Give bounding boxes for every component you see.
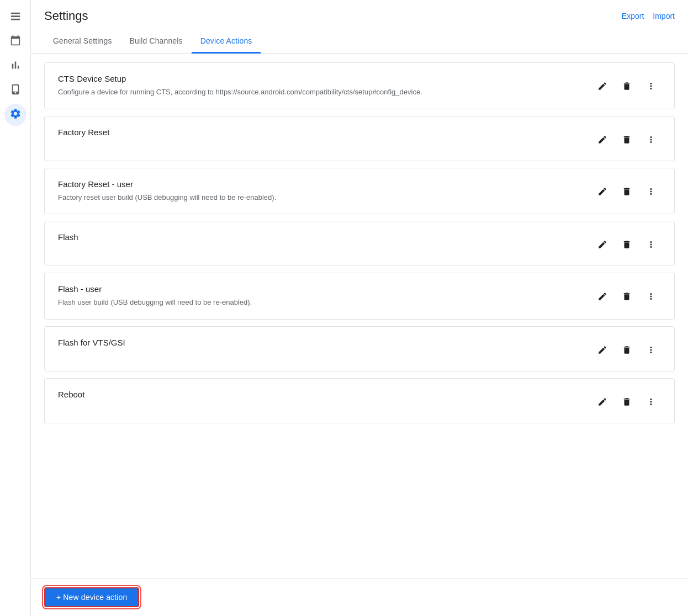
delete-button[interactable]	[617, 182, 637, 201]
action-card-content: CTS Device SetupConfigure a device for r…	[58, 74, 584, 98]
delete-button[interactable]	[617, 392, 637, 412]
action-card-buttons	[592, 179, 661, 201]
more-options-button[interactable]	[641, 76, 661, 96]
svg-rect-0	[10, 12, 20, 14]
sidebar-item-phone[interactable]	[4, 79, 27, 102]
sidebar-item-calendar[interactable]	[4, 31, 27, 53]
phone-icon	[9, 83, 22, 98]
delete-button[interactable]	[617, 130, 637, 150]
more-options-button[interactable]	[641, 235, 661, 254]
action-card-title: Factory Reset	[58, 128, 584, 137]
tab-build-channels[interactable]: Build Channels	[121, 30, 192, 54]
action-card-factory-reset-user: Factory Reset - userFactory reset user b…	[44, 168, 675, 215]
action-card-description: Factory reset user build (USB debugging …	[58, 192, 584, 203]
tab-general-settings[interactable]: General Settings	[44, 30, 121, 54]
action-card-title: Flash	[58, 232, 584, 242]
new-device-action-button[interactable]: + New device action	[44, 587, 139, 607]
action-card-content: Reboot	[58, 390, 584, 402]
sidebar-item-gear[interactable]	[4, 104, 27, 126]
action-card-content: Factory Reset - userFactory reset user b…	[58, 179, 584, 203]
list-icon	[9, 10, 22, 25]
device-actions-list: CTS Device SetupConfigure a device for r…	[31, 54, 688, 578]
action-card-title: Factory Reset - user	[58, 179, 584, 189]
action-card-title: Flash for VTS/GSI	[58, 338, 584, 347]
edit-button[interactable]	[592, 130, 612, 150]
more-options-button[interactable]	[641, 286, 661, 306]
delete-button[interactable]	[617, 235, 637, 254]
action-card-title: CTS Device Setup	[58, 74, 584, 83]
action-card-title: Reboot	[58, 390, 584, 399]
calendar-icon	[9, 35, 22, 50]
tabs-bar: General Settings Build Channels Device A…	[31, 30, 688, 54]
tab-device-actions[interactable]: Device Actions	[192, 30, 261, 54]
edit-button[interactable]	[592, 182, 612, 201]
edit-button[interactable]	[592, 392, 612, 412]
action-card-cts-device-setup: CTS Device SetupConfigure a device for r…	[44, 62, 675, 109]
bottom-bar: + New device action	[31, 578, 688, 616]
export-link[interactable]: Export	[622, 12, 644, 20]
more-options-button[interactable]	[641, 130, 661, 150]
delete-button[interactable]	[617, 340, 637, 360]
edit-button[interactable]	[592, 286, 612, 306]
main-content: Settings Export Import General Settings …	[31, 0, 688, 616]
action-card-buttons	[592, 338, 661, 360]
action-card-buttons	[592, 284, 661, 306]
action-card-description: Flash user build (USB debugging will nee…	[58, 297, 584, 308]
more-options-button[interactable]	[641, 392, 661, 412]
action-card-buttons	[592, 128, 661, 150]
svg-rect-2	[10, 18, 20, 20]
page-header: Settings Export Import	[31, 0, 688, 23]
action-card-description: Configure a device for running CTS, acco…	[58, 87, 584, 98]
edit-button[interactable]	[592, 340, 612, 360]
header-actions: Export Import	[622, 12, 675, 20]
sidebar-item-list[interactable]	[4, 7, 27, 29]
sidebar	[0, 0, 31, 616]
edit-button[interactable]	[592, 235, 612, 254]
action-card-buttons	[592, 74, 661, 96]
action-card-flash-vts-gsi: Flash for VTS/GSI	[44, 326, 675, 371]
svg-rect-1	[10, 15, 20, 17]
action-card-buttons	[592, 390, 661, 412]
bar-chart-icon	[9, 59, 22, 74]
more-options-button[interactable]	[641, 182, 661, 201]
page-title: Settings	[44, 9, 88, 23]
action-card-factory-reset: Factory Reset	[44, 116, 675, 161]
delete-button[interactable]	[617, 76, 637, 96]
sidebar-item-bar-chart[interactable]	[4, 55, 27, 77]
action-card-reboot: Reboot	[44, 378, 675, 423]
action-card-flash: Flash	[44, 221, 675, 266]
import-link[interactable]: Import	[653, 12, 675, 20]
delete-button[interactable]	[617, 286, 637, 306]
more-options-button[interactable]	[641, 340, 661, 360]
edit-button[interactable]	[592, 76, 612, 96]
gear-icon	[9, 108, 22, 123]
action-card-buttons	[592, 232, 661, 254]
action-card-title: Flash - user	[58, 284, 584, 294]
action-card-content: Factory Reset	[58, 128, 584, 140]
action-card-content: Flash - userFlash user build (USB debugg…	[58, 284, 584, 308]
action-card-content: Flash for VTS/GSI	[58, 338, 584, 351]
action-card-flash-user: Flash - userFlash user build (USB debugg…	[44, 273, 675, 320]
action-card-content: Flash	[58, 232, 584, 245]
